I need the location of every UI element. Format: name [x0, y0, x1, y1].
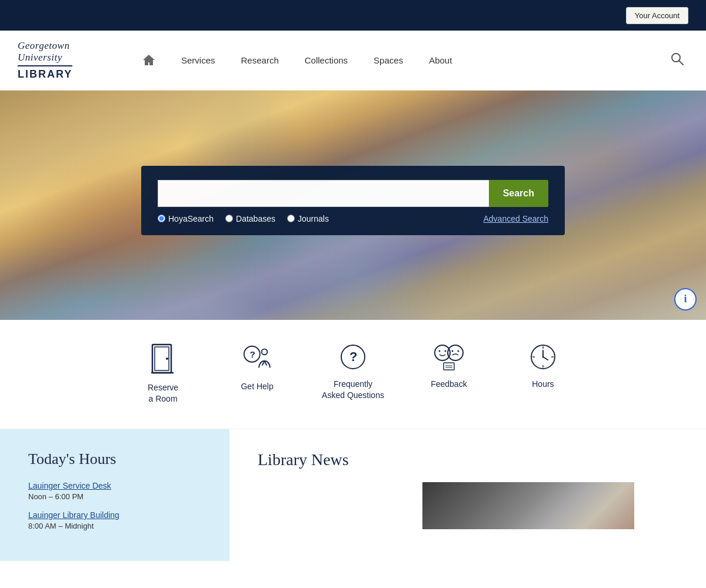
today-hours-panel: Today's Hours Lauinger Service Desk Noon… [0, 429, 229, 561]
nav-about[interactable]: About [416, 51, 465, 70]
feedback-label: Feedback [431, 379, 467, 390]
svg-point-17 [444, 350, 446, 352]
svg-point-4 [166, 358, 168, 360]
lauinger-service-desk-link[interactable]: Lauinger Service Desk [28, 481, 208, 490]
nav-services[interactable]: Services [168, 51, 228, 70]
lauinger-library-building-link[interactable]: Lauinger Library Building [28, 510, 208, 520]
svg-rect-20 [444, 363, 454, 370]
logo-university-name: GeorgetownUniversity [18, 40, 69, 64]
hours-label: Hours [532, 379, 554, 390]
get-help-label: Get Help [241, 381, 273, 393]
quick-links-bar: Reservea Room ? Get Help ? FrequentlyAsk… [0, 320, 706, 429]
nav-spaces[interactable]: Spaces [361, 51, 416, 70]
logo[interactable]: GeorgetownUniversity LIBRARY [18, 40, 124, 81]
faq-icon: ? [339, 343, 367, 370]
lauinger-service-desk-hours: Noon – 6:00 PM [28, 492, 208, 501]
your-account-button[interactable]: Your Account [626, 7, 688, 24]
reserve-room-label: Reservea Room [148, 382, 178, 405]
svg-rect-2 [152, 345, 171, 373]
quick-link-hours[interactable]: Hours [514, 343, 572, 405]
library-news-panel: Library News [229, 429, 706, 561]
svg-point-18 [451, 350, 453, 352]
nav-research[interactable]: Research [228, 51, 292, 70]
hours-panel-title: Today's Hours [28, 450, 208, 468]
radio-journals[interactable]: Journals [287, 214, 329, 223]
search-row: Search [158, 180, 548, 207]
quick-link-faq[interactable]: ? FrequentlyAsked Questions [322, 343, 384, 405]
hours-icon [530, 343, 557, 370]
quick-link-feedback[interactable]: Feedback [419, 343, 478, 405]
radio-hoyasearch[interactable]: HoyaSearch [158, 214, 214, 223]
search-input[interactable] [158, 180, 489, 207]
radio-hoyasearch-input[interactable] [158, 215, 165, 222]
svg-point-19 [457, 350, 459, 352]
faq-label: FrequentlyAsked Questions [322, 379, 384, 402]
radio-hoyasearch-label: HoyaSearch [168, 214, 214, 223]
news-panel-title: Library News [258, 450, 678, 469]
svg-text:?: ? [250, 349, 255, 359]
news-image [422, 482, 634, 529]
quick-link-reserve-room[interactable]: Reservea Room [134, 343, 192, 405]
radio-journals-input[interactable] [287, 215, 295, 222]
feedback-icon [433, 343, 465, 370]
bottom-section: Today's Hours Lauinger Service Desk Noon… [0, 429, 706, 561]
get-help-icon: ? [242, 343, 272, 373]
info-button[interactable]: i [674, 288, 697, 310]
svg-point-30 [542, 356, 544, 358]
advanced-search-link[interactable]: Advanced Search [483, 214, 548, 223]
nav-search-icon[interactable] [666, 48, 688, 73]
svg-point-9 [262, 349, 268, 355]
top-bar: Your Account [0, 0, 706, 31]
header: GeorgetownUniversity LIBRARY Services Re… [0, 31, 706, 91]
hero-banner: Search HoyaSearch Databases Journals Adv… [0, 91, 706, 320]
lauinger-library-building-hours: 8:00 AM – Midnight [28, 522, 208, 530]
search-options: HoyaSearch Databases Journals Advanced S… [158, 214, 548, 223]
svg-line-1 [680, 61, 684, 65]
svg-point-16 [438, 350, 440, 352]
radio-databases-label: Databases [236, 214, 275, 223]
radio-databases[interactable]: Databases [225, 214, 275, 223]
radio-databases-input[interactable] [225, 215, 233, 222]
search-button[interactable]: Search [489, 180, 548, 207]
logo-library-label: LIBRARY [18, 65, 72, 81]
quick-link-get-help[interactable]: ? Get Help [228, 343, 287, 405]
door-icon [150, 343, 176, 374]
nav-collections[interactable]: Collections [292, 51, 361, 70]
home-nav-icon[interactable] [141, 52, 156, 68]
svg-text:?: ? [349, 349, 357, 364]
search-panel: Search HoyaSearch Databases Journals Adv… [141, 166, 565, 235]
main-nav: Services Research Collections Spaces Abo… [141, 48, 688, 73]
radio-journals-label: Journals [298, 214, 329, 223]
